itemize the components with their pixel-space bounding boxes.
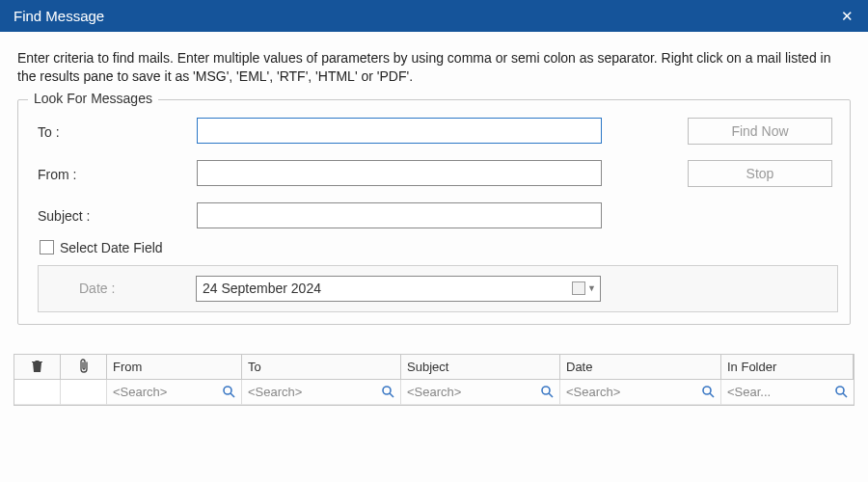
to-row: To : Find Now [38, 118, 838, 145]
results-table: From To Subject Date In Folder <Search> … [14, 354, 854, 406]
date-dropdown-icon[interactable]: ▼ [572, 281, 596, 295]
find-now-button[interactable]: Find Now [688, 118, 832, 145]
col-infolder-header[interactable]: In Folder [721, 355, 854, 380]
trash-icon [31, 360, 43, 373]
date-picker[interactable]: 24 September 2024 ▼ [196, 276, 601, 302]
date-value: 24 September 2024 [203, 281, 321, 296]
results-search-row: <Search> <Search> <Search> <Search> <Sea… [14, 380, 854, 405]
col-date-header[interactable]: Date [560, 355, 721, 380]
subject-row: Subject : [38, 202, 838, 228]
date-label: Date : [50, 281, 196, 296]
from-row: From : Stop [38, 160, 838, 187]
svg-point-6 [703, 387, 711, 394]
col-from-header[interactable]: From [107, 355, 242, 380]
search-icon [222, 385, 235, 398]
svg-line-9 [843, 393, 847, 397]
svg-line-3 [390, 393, 393, 397]
window-title: Find Message [14, 8, 104, 24]
col-attachment[interactable] [61, 355, 107, 380]
date-panel: Date : 24 September 2024 ▼ [38, 265, 838, 312]
search-date-input[interactable]: <Search> [560, 380, 721, 405]
to-label: To : [38, 122, 197, 140]
select-date-checkbox[interactable] [40, 240, 54, 254]
select-date-label: Select Date Field [60, 240, 163, 255]
search-to-input[interactable]: <Search> [242, 380, 401, 405]
instructions-text: Enter criteria to find mails. Enter mult… [17, 49, 851, 86]
svg-line-5 [549, 393, 553, 397]
svg-line-7 [710, 393, 714, 397]
group-legend: Look For Messages [28, 91, 158, 106]
svg-point-2 [383, 387, 391, 394]
content-area: Enter criteria to find mails. Enter mult… [0, 32, 868, 325]
from-input[interactable] [197, 160, 602, 186]
close-icon[interactable]: ✕ [835, 8, 858, 25]
stop-button[interactable]: Stop [688, 160, 832, 187]
subject-input[interactable] [197, 202, 602, 228]
select-date-row[interactable]: Select Date Field [40, 240, 838, 255]
search-icon [834, 385, 848, 398]
calendar-icon [572, 281, 585, 295]
subject-label: Subject : [38, 206, 197, 224]
search-from-input[interactable]: <Search> [107, 380, 242, 405]
chevron-down-icon: ▼ [587, 283, 596, 293]
results-header-row: From To Subject Date In Folder [14, 355, 854, 380]
search-folder-input[interactable]: <Sear... [721, 380, 854, 405]
search-icon [540, 385, 554, 398]
svg-point-8 [836, 387, 844, 394]
search-subject-input[interactable]: <Search> [401, 380, 560, 405]
svg-point-0 [224, 387, 231, 394]
paperclip-icon [78, 359, 90, 374]
col-to-header[interactable]: To [242, 355, 401, 380]
from-label: From : [38, 165, 197, 182]
col-subject-header[interactable]: Subject [401, 355, 560, 380]
search-icon [701, 385, 715, 398]
search-cell-attach [61, 380, 107, 405]
col-delete[interactable] [14, 355, 61, 380]
look-for-messages-group: Look For Messages To : Find Now From : S… [17, 99, 851, 325]
search-cell-delete [14, 380, 61, 405]
to-input[interactable] [197, 118, 602, 144]
svg-point-4 [542, 387, 550, 394]
search-icon [381, 385, 394, 398]
titlebar: Find Message ✕ [0, 0, 868, 32]
svg-line-1 [231, 393, 234, 397]
